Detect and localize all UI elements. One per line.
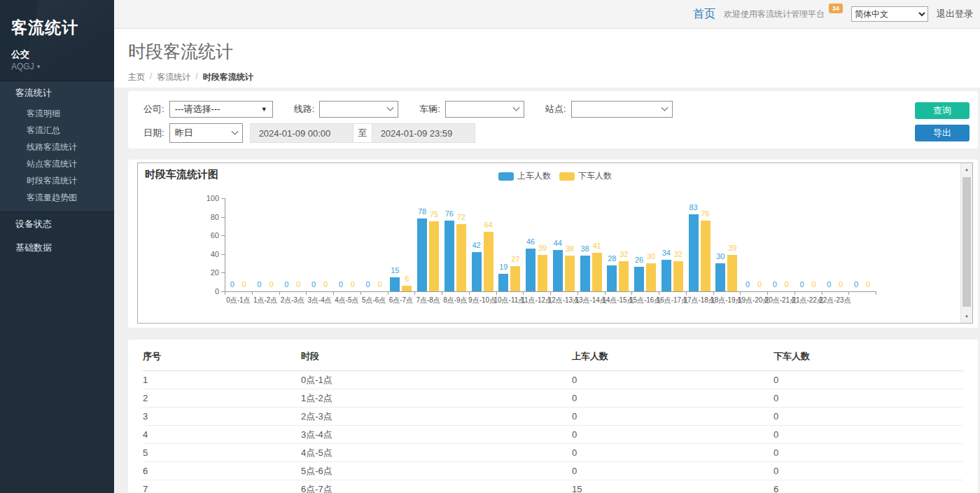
- notification-badge[interactable]: 34: [829, 4, 843, 13]
- breadcrumb-home[interactable]: 主页: [128, 71, 145, 83]
- chart-bar[interactable]: [619, 261, 629, 291]
- table-row[interactable]: 21点-2点00: [143, 389, 963, 408]
- scroll-down-icon[interactable]: ▼: [961, 311, 972, 322]
- x-axis-tick: [631, 291, 632, 295]
- table-row[interactable]: 43点-4点00: [143, 426, 963, 444]
- chart-scrollbar[interactable]: ▲ ▼: [960, 163, 972, 323]
- chart-bar[interactable]: [580, 256, 590, 291]
- table-cell: 7: [143, 480, 301, 493]
- chart-bar[interactable]: [417, 218, 427, 291]
- chart-bar[interactable]: [634, 267, 644, 291]
- chart-bar[interactable]: [456, 224, 466, 291]
- vehicle-select[interactable]: [445, 101, 524, 118]
- company-select-value: ---请选择---: [175, 103, 220, 116]
- sidebar-subitem[interactable]: 线路客流统计: [0, 139, 114, 155]
- table-row[interactable]: 65点-6点00: [143, 462, 963, 480]
- chart-bar[interactable]: [538, 255, 547, 291]
- chart-bar[interactable]: [402, 286, 412, 291]
- chart-bar[interactable]: [484, 232, 493, 291]
- date-from-input[interactable]: 2024-01-09 00:00: [250, 123, 354, 143]
- x-axis-label: 7点-8点: [416, 296, 440, 305]
- sidebar-subitem[interactable]: 时段客流统计: [0, 172, 114, 189]
- x-axis-tick: [523, 291, 524, 295]
- scrollbar-thumb[interactable]: [962, 177, 971, 307]
- table-row[interactable]: 54点-5点00: [143, 444, 963, 462]
- y-axis-label: 0: [198, 287, 219, 296]
- chart-bar[interactable]: [444, 221, 454, 291]
- chart-bar[interactable]: [498, 274, 508, 291]
- bar-value-label: 38: [566, 244, 574, 253]
- bar-value-label: 0: [839, 280, 843, 289]
- chevron-down-icon: [661, 104, 668, 111]
- chart-bar[interactable]: [727, 255, 737, 291]
- line-select[interactable]: [319, 101, 398, 118]
- org-code-dropdown[interactable]: AQGJ ▾: [0, 62, 114, 71]
- date-range-select[interactable]: 昨日: [169, 123, 243, 143]
- chart-bar[interactable]: [662, 260, 671, 291]
- bar-value-label: 39: [728, 244, 736, 252]
- breadcrumb-separator: /: [150, 71, 152, 83]
- sidebar-item-device-status[interactable]: 设备状态: [0, 212, 114, 236]
- chart-bar[interactable]: [390, 277, 400, 291]
- chevron-down-icon: ▾: [37, 63, 41, 70]
- table-cell: 0: [774, 371, 963, 389]
- sidebar-subitem[interactable]: 客流明细: [0, 105, 114, 122]
- chart-bar[interactable]: [553, 250, 563, 291]
- x-axis-tick: [414, 291, 415, 295]
- page-title: 时段客流统计: [128, 40, 980, 63]
- sidebar-item-passenger-stats[interactable]: 客流统计: [0, 81, 114, 105]
- x-axis-label: 22点-23点: [819, 296, 851, 305]
- bar-value-label: 32: [674, 250, 682, 258]
- table-cell: 0: [572, 444, 774, 462]
- chart-bar[interactable]: [701, 221, 710, 291]
- chart-bar[interactable]: [526, 249, 536, 291]
- table-row[interactable]: 76点-7点156: [143, 480, 963, 493]
- bar-value-label: 42: [472, 241, 481, 249]
- logout-link[interactable]: 退出登录: [937, 8, 973, 20]
- x-axis-tick: [686, 291, 687, 295]
- home-link[interactable]: 首页: [693, 7, 715, 22]
- sidebar-subitem[interactable]: 客流量趋势图: [0, 189, 114, 206]
- chart-bar[interactable]: [472, 252, 482, 291]
- bar-value-label: 0: [270, 280, 274, 289]
- table-header-row: 序号时段上车人数下车人数: [143, 340, 963, 371]
- menu-group-passenger-stats: 客流统计 客流明细客流汇总线路客流统计站点客流统计时段客流统计客流量趋势图: [0, 81, 114, 212]
- chart-bar[interactable]: [565, 256, 575, 291]
- x-axis-tick: [822, 291, 822, 295]
- x-axis-label: 8点-9点: [443, 296, 467, 305]
- sidebar-subitem[interactable]: 站点客流统计: [0, 155, 114, 172]
- breadcrumb-passenger-stats[interactable]: 客流统计: [157, 71, 190, 83]
- chart-bar[interactable]: [607, 265, 617, 291]
- chart-bar[interactable]: [592, 253, 602, 291]
- bar-value-label: 0: [800, 280, 804, 289]
- y-axis-tick: [221, 198, 225, 199]
- x-axis-tick: [252, 291, 253, 295]
- bar-value-label: 6: [405, 275, 409, 283]
- chart-bar[interactable]: [673, 261, 683, 291]
- chart-bar[interactable]: [510, 266, 520, 291]
- x-axis-tick: [848, 291, 849, 295]
- table-cell: 0: [774, 462, 963, 480]
- company-select[interactable]: ---请选择--- ▼: [169, 101, 273, 118]
- table-row[interactable]: 32点-3点00: [143, 408, 963, 426]
- station-select[interactable]: [571, 101, 673, 118]
- sidebar-subitem[interactable]: 客流汇总: [0, 122, 114, 139]
- bar-value-label: 0: [351, 280, 355, 289]
- table-row[interactable]: 10点-1点00: [143, 371, 963, 389]
- chart-bar[interactable]: [715, 263, 725, 291]
- bar-value-label: 46: [526, 237, 535, 246]
- scroll-up-icon[interactable]: ▲: [961, 164, 972, 175]
- sidebar-item-base-data[interactable]: 基础数据: [0, 236, 114, 260]
- table-header-cell: 序号: [143, 340, 301, 371]
- y-axis-label: 40: [198, 250, 219, 258]
- chart-bar[interactable]: [429, 221, 439, 291]
- export-button[interactable]: 导出: [915, 125, 969, 141]
- table-cell: 1点-2点: [301, 389, 572, 408]
- date-to-input[interactable]: 2024-01-09 23:59: [372, 123, 475, 143]
- language-select[interactable]: 简体中文: [851, 6, 928, 22]
- query-button[interactable]: 查询: [915, 102, 969, 119]
- x-axis-tick: [333, 291, 334, 295]
- chart-bar[interactable]: [646, 263, 656, 291]
- chart-bar[interactable]: [689, 214, 699, 291]
- bar-value-label: 0: [366, 280, 370, 289]
